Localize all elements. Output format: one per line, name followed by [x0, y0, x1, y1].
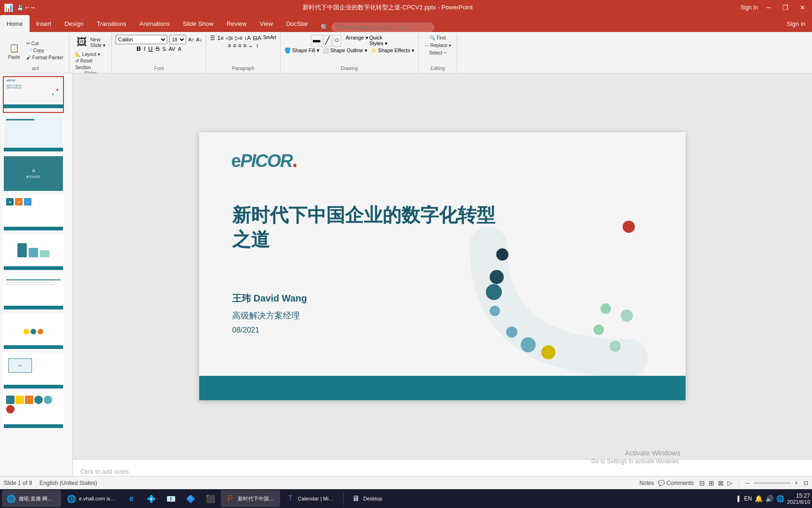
- chrome-icon: 🌐: [7, 494, 16, 503]
- section-btn[interactable]: Section: [73, 64, 102, 71]
- paste-btn[interactable]: 📋 Paste: [6, 40, 23, 61]
- new-slide-btn[interactable]: 🖼 NewSlide ▾: [73, 35, 108, 50]
- sign-in-btn[interactable]: Sign In: [741, 4, 758, 11]
- close-btn[interactable]: ✕: [797, 4, 808, 11]
- slide-thumb-3[interactable]: ⚙ 数字化转型: [3, 155, 64, 192]
- restore-btn[interactable]: ❐: [780, 4, 791, 11]
- shape-rect-btn[interactable]: ▬: [311, 35, 322, 47]
- columns-btn[interactable]: ⫠: [248, 42, 254, 49]
- strikethrough-btn[interactable]: S: [156, 45, 160, 52]
- tab-home[interactable]: Home: [0, 15, 30, 32]
- taskbar-chrome[interactable]: 🌐 微吼·直播·网络直...: [2, 490, 61, 507]
- center-btn[interactable]: ≡: [233, 42, 236, 49]
- slide-thumb-5[interactable]: [3, 234, 64, 271]
- tab-slideshow[interactable]: Slide Show: [176, 15, 220, 32]
- tab-animations[interactable]: Animations: [133, 15, 176, 32]
- tab-view[interactable]: View: [253, 15, 280, 32]
- slide-thumb-2[interactable]: · · ·: [3, 116, 64, 152]
- slide-thumb-9[interactable]: [3, 392, 64, 429]
- slide-thumb-4[interactable]: ◉ ◆ ▲: [3, 195, 64, 231]
- slide-thumb-7[interactable]: [3, 313, 64, 350]
- font-name-select[interactable]: Calibri: [116, 35, 167, 44]
- sign-in-ribbon[interactable]: Sign in: [780, 15, 812, 32]
- shape-outline-btn[interactable]: ⬜ Shape Outline ▾: [322, 48, 367, 54]
- increase-indent-btn[interactable]: ▷≡: [235, 35, 242, 41]
- tab-insert[interactable]: Insert: [30, 15, 58, 32]
- shape-line-btn[interactable]: ╱: [323, 35, 332, 47]
- taskbar-outlook[interactable]: 📧: [162, 490, 180, 507]
- select-btn[interactable]: Select ~: [427, 50, 448, 56]
- layout-btn[interactable]: 📐 Layout ▾: [73, 51, 102, 57]
- shape-circle-btn[interactable]: ○: [333, 35, 341, 47]
- line-spacing-btn[interactable]: ↕: [256, 42, 258, 49]
- reset-btn[interactable]: ↺ Reset: [73, 58, 102, 64]
- align-right-btn[interactable]: ≡: [238, 42, 241, 49]
- arrange-btn[interactable]: Arrange ▾: [346, 35, 368, 47]
- svg-point-6: [541, 345, 555, 359]
- cut-btn[interactable]: ✂ Cut: [24, 40, 65, 47]
- replace-btn[interactable]: ↔ Replace ▾: [422, 42, 453, 48]
- shape-fill-btn[interactable]: 🪣 Shape Fill ▾: [284, 48, 320, 54]
- slide-canvas[interactable]: ePICOR. 新时代下中国企业的数字化转型 之道 王玮 David Wang …: [199, 132, 686, 400]
- view-sorter-btn[interactable]: ⊠: [718, 479, 724, 487]
- taskbar-app4[interactable]: 💠: [142, 490, 161, 507]
- font-decrease-btn[interactable]: A↓: [196, 37, 202, 42]
- slide-author[interactable]: 王玮 David Wang: [232, 292, 307, 305]
- taskbar-volume[interactable]: 🔊: [765, 495, 773, 502]
- underline-btn[interactable]: U: [148, 45, 153, 52]
- shape-effects-btn[interactable]: ✨ Shape Effects ▾: [370, 48, 414, 54]
- view-normal-btn[interactable]: ⊟: [699, 479, 705, 487]
- view-reading-btn[interactable]: ▷: [727, 479, 733, 487]
- taskbar-network[interactable]: 🌐: [776, 495, 784, 502]
- text-direction-btn[interactable]: ↕A: [244, 35, 251, 41]
- zoom-in-btn[interactable]: +: [795, 480, 798, 486]
- find-btn[interactable]: 🔍 Find: [428, 35, 447, 41]
- align-text-btn[interactable]: ⊟A: [253, 35, 261, 41]
- ribbon-content: 📋 Paste ✂ Cut 📄 Copy 🖌 Format Painter ar…: [0, 32, 812, 73]
- decrease-indent-btn[interactable]: ◁≡: [226, 35, 233, 41]
- slide-thumb-1[interactable]: ePICOR 新时代下中国企业 的数字化转型之道: [3, 76, 64, 113]
- notes-status-btn[interactable]: Notes: [640, 480, 654, 486]
- convert-smartart-btn[interactable]: SmArt: [263, 35, 276, 41]
- slide-date[interactable]: 08/2021: [232, 326, 259, 334]
- zoom-slider[interactable]: [753, 482, 791, 484]
- view-outline-btn[interactable]: ⊞: [709, 479, 714, 487]
- taskbar-edge[interactable]: 🔷: [181, 490, 200, 507]
- tab-transitions[interactable]: Transitions: [90, 15, 133, 32]
- justify-btn[interactable]: ≡: [243, 42, 246, 49]
- tab-docstar[interactable]: DocStar: [280, 15, 315, 32]
- fit-slide-btn[interactable]: ⊡: [804, 480, 808, 486]
- taskbar-notification[interactable]: 🔔: [755, 495, 763, 502]
- taskbar-powerpoint[interactable]: P 新时代下中国企业...: [221, 490, 280, 507]
- slide-role[interactable]: 高级解决方案经理: [232, 310, 300, 321]
- bullets-btn[interactable]: ☰: [210, 35, 215, 41]
- format-painter-btn[interactable]: 🖌 Format Painter: [24, 55, 65, 61]
- taskbar-desktop[interactable]: 🖥 Desktop: [346, 490, 387, 507]
- taskbar-teams[interactable]: T Calendar | Microsof...: [281, 490, 340, 507]
- italic-btn[interactable]: I: [144, 45, 146, 52]
- zoom-out-btn[interactable]: ─: [745, 480, 750, 486]
- font-increase-btn[interactable]: A↑: [188, 37, 194, 42]
- tab-design[interactable]: Design: [58, 15, 90, 32]
- ribbon-search[interactable]: [331, 23, 435, 32]
- slide-thumb-8[interactable]: 图表: [3, 353, 64, 389]
- tab-review[interactable]: Review: [220, 15, 253, 32]
- taskbar-ie[interactable]: e: [122, 490, 141, 507]
- taskbar-clock[interactable]: 15:27 2021/8/10: [787, 492, 810, 505]
- slide-title[interactable]: 新时代下中国企业的数字化转型 之道: [232, 203, 495, 252]
- font-color-btn[interactable]: A: [178, 46, 181, 52]
- shadow-btn[interactable]: S: [163, 46, 166, 52]
- slide-thumb-6[interactable]: [3, 274, 64, 310]
- taskbar-browser2[interactable]: 🌐 e.vhall.com is sharin...: [62, 490, 121, 507]
- char-spacing-btn[interactable]: AV: [169, 46, 175, 52]
- comments-status-btn[interactable]: 💬 Comments: [658, 480, 694, 486]
- minimize-btn[interactable]: ─: [764, 4, 774, 11]
- taskbar-show-desktop[interactable]: ▌: [738, 496, 742, 501]
- font-size-select[interactable]: 18: [169, 35, 186, 44]
- taskbar-app7[interactable]: ⬛: [201, 490, 220, 507]
- copy-btn[interactable]: 📄 Copy: [24, 48, 65, 54]
- bold-btn[interactable]: B: [136, 45, 141, 52]
- quick-styles-btn[interactable]: QuickStyles ▾: [369, 35, 388, 47]
- align-left-btn[interactable]: ≡: [227, 42, 231, 49]
- numbering-btn[interactable]: 1≡: [217, 35, 224, 41]
